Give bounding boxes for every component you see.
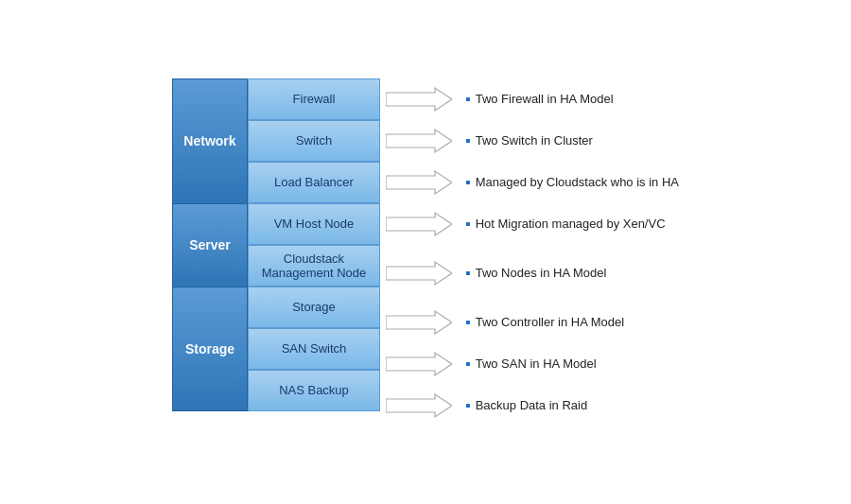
arrow-icon xyxy=(386,211,452,237)
desc-label: Managed by Cloudstack who is in HA xyxy=(476,175,679,189)
svg-marker-2 xyxy=(386,171,452,194)
category-label-server: Server xyxy=(172,203,248,287)
arrow-san-switch xyxy=(386,343,452,385)
desc-vm-host-node: ▪Hot Migration managed by Xen/VC xyxy=(465,203,679,245)
svg-marker-4 xyxy=(386,262,452,285)
svg-marker-7 xyxy=(386,394,452,417)
svg-marker-3 xyxy=(386,213,452,235)
arrow-icon xyxy=(386,392,452,419)
bullet-icon: ▪ xyxy=(465,92,471,107)
desc-text-switch: ▪Two Switch in Cluster xyxy=(465,120,679,162)
desc-load-balancer: ▪Managed by Cloudstack who is in HA xyxy=(465,162,679,203)
category-group-storage: StorageStorageSAN SwitchNAS Backup xyxy=(172,287,380,411)
sub-item-storage: Storage xyxy=(248,287,380,328)
arrow-icon xyxy=(386,309,452,336)
arrows-column xyxy=(380,78,458,426)
desc-text-storage: ▪Two Controller in HA Model xyxy=(465,302,679,343)
arrow-load-balancer xyxy=(386,162,452,203)
desc-text-nas-backup: ▪Backup Data in Raid xyxy=(465,385,679,426)
desc-nas-backup: ▪Backup Data in Raid xyxy=(465,385,679,426)
desc-label: Two Controller in HA Model xyxy=(476,315,625,329)
desc-label: Two Switch in Cluster xyxy=(476,133,593,148)
sub-items-server: VM Host NodeCloudstack Management Node xyxy=(248,203,380,287)
arrow-icon xyxy=(386,86,452,113)
desc-storage: ▪Two Controller in HA Model xyxy=(465,302,679,343)
sub-item-firewall: Firewall xyxy=(248,78,380,120)
sub-item-switch: Switch xyxy=(248,120,380,162)
desc-text-vm-host-node: ▪Hot Migration managed by Xen/VC xyxy=(465,203,679,245)
category-label-network: Network xyxy=(172,78,248,203)
bullet-icon: ▪ xyxy=(465,175,471,190)
bullet-icon: ▪ xyxy=(465,356,471,372)
desc-label: Hot Migration managed by Xen/VC xyxy=(476,217,666,231)
desc-cloudstack-mgmt: ▪Two Nodes in HA Model xyxy=(465,245,679,302)
desc-label: Backup Data in Raid xyxy=(476,398,588,412)
desc-firewall: ▪Two Firewall in HA Model xyxy=(465,78,679,120)
bullet-icon: ▪ xyxy=(465,398,471,413)
desc-text-san-switch: ▪Two SAN in HA Model xyxy=(465,343,679,385)
categories-column: NetworkFirewallSwitchLoad BalancerServer… xyxy=(172,78,380,426)
main-diagram: NetworkFirewallSwitchLoad BalancerServer… xyxy=(153,60,698,445)
desc-label: Two Firewall in HA Model xyxy=(476,92,614,106)
arrow-firewall xyxy=(386,78,452,120)
bullet-icon: ▪ xyxy=(465,217,471,232)
desc-text-load-balancer: ▪Managed by Cloudstack who is in HA xyxy=(465,162,679,203)
bullet-icon: ▪ xyxy=(465,266,471,281)
svg-marker-6 xyxy=(386,353,452,375)
arrow-icon xyxy=(386,351,452,377)
arrow-cloudstack-mgmt xyxy=(386,245,452,302)
desc-text-cloudstack-mgmt: ▪Two Nodes in HA Model xyxy=(465,252,679,294)
sub-item-san-switch: SAN Switch xyxy=(248,328,380,370)
bullet-icon: ▪ xyxy=(465,315,471,330)
desc-san-switch: ▪Two SAN in HA Model xyxy=(465,343,679,385)
arrow-storage xyxy=(386,302,452,343)
arrow-icon xyxy=(386,169,452,196)
arrow-icon xyxy=(386,128,452,154)
arrow-nas-backup xyxy=(386,385,452,426)
category-group-server: ServerVM Host NodeCloudstack Management … xyxy=(172,203,380,287)
svg-marker-1 xyxy=(386,130,452,152)
sub-items-network: FirewallSwitchLoad Balancer xyxy=(248,78,380,203)
sub-item-load-balancer: Load Balancer xyxy=(248,162,380,203)
arrow-icon xyxy=(386,260,452,287)
desc-label: Two SAN in HA Model xyxy=(476,356,597,371)
svg-marker-5 xyxy=(386,311,452,334)
desc-text-firewall: ▪Two Firewall in HA Model xyxy=(465,78,679,120)
descriptions-column: ▪Two Firewall in HA Model▪Two Switch in … xyxy=(458,78,679,426)
bullet-icon: ▪ xyxy=(465,133,471,148)
sub-item-cloudstack-mgmt: Cloudstack Management Node xyxy=(248,245,380,287)
svg-marker-0 xyxy=(386,88,452,111)
category-label-storage: Storage xyxy=(172,287,248,411)
desc-label: Two Nodes in HA Model xyxy=(476,266,607,280)
sub-item-nas-backup: NAS Backup xyxy=(248,370,380,411)
sub-items-storage: StorageSAN SwitchNAS Backup xyxy=(248,287,380,411)
arrow-switch xyxy=(386,120,452,162)
arrow-vm-host-node xyxy=(386,203,452,245)
desc-switch: ▪Two Switch in Cluster xyxy=(465,120,679,162)
sub-item-vm-host-node: VM Host Node xyxy=(248,203,380,245)
category-group-network: NetworkFirewallSwitchLoad Balancer xyxy=(172,78,380,203)
